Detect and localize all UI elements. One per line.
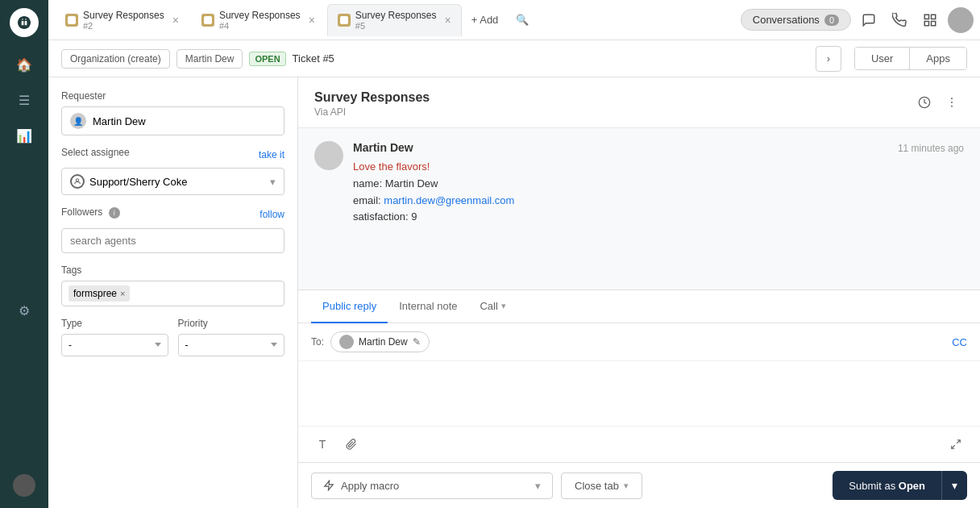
user-avatar-button[interactable] bbox=[948, 7, 974, 33]
apply-macro-button[interactable]: Apply macro ▾ bbox=[311, 473, 553, 499]
tab-subtitle-2: #4 bbox=[219, 21, 301, 31]
logo[interactable] bbox=[10, 8, 39, 37]
reply-toolbar: T bbox=[298, 426, 980, 462]
close-tab-button[interactable]: Close tab ▾ bbox=[561, 473, 642, 499]
org-breadcrumb[interactable]: Organization (create) bbox=[61, 49, 170, 69]
tab-search-button[interactable]: 🔍 bbox=[511, 9, 534, 31]
tags-section: Tags formspree × bbox=[61, 264, 284, 306]
phone-icon-button[interactable] bbox=[887, 7, 912, 33]
type-label: Type bbox=[61, 318, 168, 329]
text-format-button[interactable]: T bbox=[311, 433, 334, 456]
submit-label: Submit as bbox=[849, 480, 898, 492]
message-header: Martin Dew 11 minutes ago bbox=[353, 141, 964, 154]
followers-section: Followers i follow bbox=[61, 206, 284, 253]
svg-point-9 bbox=[951, 98, 953, 99]
conversations-label: Conversations bbox=[753, 14, 820, 26]
tag-remove-icon[interactable]: × bbox=[120, 289, 125, 298]
svg-rect-5 bbox=[932, 21, 936, 25]
requester-section: Requester 👤 Martin Dew bbox=[61, 90, 284, 135]
tab-survey-4[interactable]: Survey Responses #4 × bbox=[191, 4, 326, 36]
tags-label: Tags bbox=[61, 264, 284, 276]
zendesk-logo bbox=[13, 11, 35, 34]
message-time: 11 minutes ago bbox=[898, 143, 964, 154]
sidebar-item-reports[interactable]: 📊 bbox=[10, 121, 39, 150]
left-panel: Requester 👤 Martin Dew Select assignee t… bbox=[48, 77, 298, 508]
svg-marker-14 bbox=[325, 481, 334, 490]
sidebar-item-user[interactable] bbox=[10, 471, 39, 500]
message-line3-label: email: bbox=[353, 194, 384, 206]
conversations-badge: 0 bbox=[824, 15, 839, 26]
tab-icon-1 bbox=[65, 14, 78, 27]
main-area: Survey Responses #2 × Survey Responses #… bbox=[48, 0, 980, 508]
reply-to-row: To: Martin Dew ✎ CC bbox=[298, 323, 980, 361]
ticket-header: Survey Responses Via API bbox=[298, 77, 980, 128]
cc-button[interactable]: CC bbox=[952, 336, 967, 348]
public-reply-tab[interactable]: Public reply bbox=[311, 290, 388, 323]
sidebar-item-tickets[interactable]: ☰ bbox=[10, 85, 39, 115]
breadcrumb-more-button[interactable]: › bbox=[816, 46, 841, 72]
svg-point-11 bbox=[951, 106, 953, 107]
ticket-label: Ticket #5 bbox=[293, 52, 334, 65]
search-agents-field[interactable] bbox=[70, 235, 276, 247]
ticket-title-area: Survey Responses Via API bbox=[314, 90, 430, 118]
content-area: Requester 👤 Martin Dew Select assignee t… bbox=[48, 77, 980, 508]
internal-note-tab[interactable]: Internal note bbox=[388, 290, 468, 323]
svg-line-13 bbox=[952, 445, 955, 448]
assignee-dropdown[interactable]: Support/Sherry Coke ▾ bbox=[61, 168, 284, 195]
message-line2-label: name: bbox=[353, 177, 385, 189]
recipient-avatar bbox=[339, 335, 354, 349]
type-select[interactable]: - bbox=[61, 334, 168, 356]
chat-icon-button[interactable] bbox=[856, 7, 882, 33]
expand-button[interactable] bbox=[945, 433, 967, 456]
tab-close-1[interactable]: × bbox=[172, 15, 179, 26]
tab-close-3[interactable]: × bbox=[445, 15, 451, 26]
messages-list: Martin Dew 11 minutes ago Love the flavo… bbox=[298, 128, 980, 289]
close-tab-label: Close tab bbox=[575, 480, 619, 492]
tags-field[interactable]: formspree × bbox=[61, 281, 284, 306]
svg-rect-4 bbox=[932, 15, 936, 19]
breadcrumb-right-tabs: User Apps bbox=[854, 47, 967, 70]
tab-icon-2 bbox=[201, 14, 214, 27]
requester-name: Martin Dew bbox=[93, 115, 146, 127]
tab-survey-2[interactable]: Survey Responses #2 × bbox=[55, 4, 189, 36]
call-tab[interactable]: Call ▾ bbox=[468, 290, 517, 323]
bottom-bar: Apply macro ▾ Close tab ▾ Submit as Open… bbox=[298, 462, 980, 508]
reply-compose-area[interactable] bbox=[298, 361, 980, 426]
message-text: Love the flavors! name: Martin Dew email… bbox=[353, 159, 964, 226]
apps-tab-button[interactable]: Apps bbox=[909, 48, 966, 69]
priority-label: Priority bbox=[178, 318, 285, 329]
sidebar-item-home[interactable]: 🏠 bbox=[10, 50, 39, 79]
macro-chevron-icon: ▾ bbox=[535, 480, 541, 492]
user-breadcrumb[interactable]: Martin Dew bbox=[176, 49, 243, 69]
requester-field[interactable]: 👤 Martin Dew bbox=[61, 106, 284, 135]
assignee-section: Select assignee take it Support/Sherry C… bbox=[61, 147, 284, 195]
recipient-chip[interactable]: Martin Dew ✎ bbox=[330, 331, 430, 352]
message-email[interactable]: martin.dew@greenmail.com bbox=[384, 194, 514, 206]
tab-title-3: Survey Responses bbox=[355, 10, 437, 21]
grid-icon-button[interactable] bbox=[917, 7, 943, 33]
more-options-button[interactable] bbox=[940, 90, 964, 115]
svg-rect-2 bbox=[340, 16, 348, 24]
tab-close-2[interactable]: × bbox=[309, 15, 315, 26]
edit-recipient-icon[interactable]: ✎ bbox=[413, 336, 421, 348]
tag-value: formspree bbox=[73, 288, 117, 299]
new-tab-button[interactable]: + Add bbox=[463, 9, 507, 31]
type-priority-row: Type - Priority - bbox=[61, 318, 284, 356]
user-tab-button[interactable]: User bbox=[855, 48, 909, 69]
search-agents-input[interactable] bbox=[61, 228, 284, 253]
priority-select[interactable]: - bbox=[178, 334, 285, 356]
tab-title-1: Survey Responses bbox=[83, 10, 164, 21]
ticket-via: Via API bbox=[314, 106, 430, 118]
follow-link[interactable]: follow bbox=[260, 209, 284, 220]
tab-survey-5[interactable]: Survey Responses #5 × bbox=[327, 4, 462, 36]
tag-formspree: formspree × bbox=[69, 285, 130, 302]
assignee-chevron-icon: ▾ bbox=[270, 176, 276, 188]
to-label: To: bbox=[311, 336, 324, 348]
sidebar-item-settings[interactable]: ⚙ bbox=[10, 296, 39, 325]
attachment-button[interactable] bbox=[340, 433, 363, 456]
submit-button[interactable]: Submit as Open bbox=[833, 471, 941, 500]
history-icon-button[interactable] bbox=[912, 90, 936, 115]
take-it-link[interactable]: take it bbox=[259, 149, 284, 160]
submit-arrow-button[interactable]: ▾ bbox=[941, 471, 967, 500]
conversations-button[interactable]: Conversations 0 bbox=[741, 9, 851, 31]
